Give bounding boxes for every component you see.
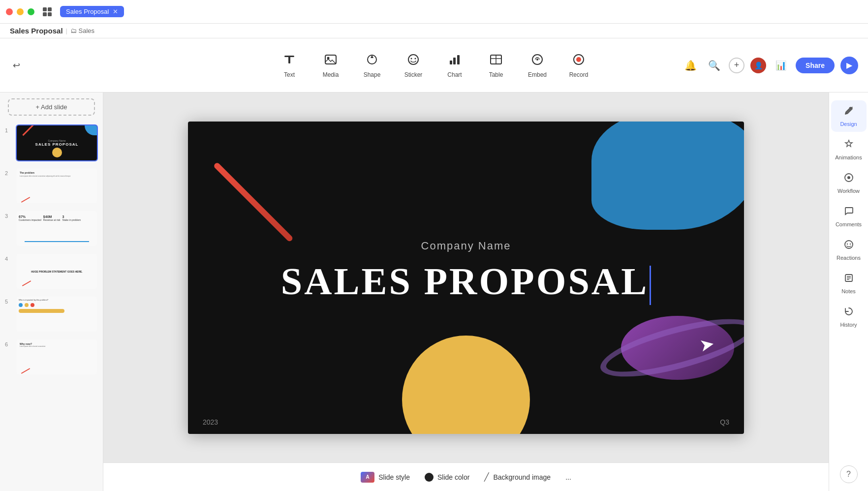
slide-thumb-4[interactable]: HUGE PROBLEM STATEMENT GOES HERE. xyxy=(16,253,98,290)
slide-item-5[interactable]: 5 Who is impacted by this problem? xyxy=(0,293,103,336)
traffic-light-yellow[interactable] xyxy=(17,8,24,15)
reactions-label: Reactions xyxy=(837,255,861,261)
canvas-wrapper[interactable]: Company Name SALES PROPOSAL ➤ 2023 Q3 xyxy=(103,92,829,462)
red-line xyxy=(213,161,294,242)
slide-item-2[interactable]: 2 The problem Lorem ipsum dolor sit amet… xyxy=(0,164,103,207)
shape-icon xyxy=(365,53,379,69)
planet-sticker[interactable]: ➤ xyxy=(621,316,734,380)
more-options-item[interactable]: ... xyxy=(565,473,571,481)
svg-rect-13 xyxy=(453,58,456,64)
svg-point-10 xyxy=(411,58,412,59)
svg-rect-5 xyxy=(288,56,290,63)
tool-sticker-label: Sticker xyxy=(404,71,423,78)
tab-close-icon[interactable]: ✕ xyxy=(113,8,118,15)
add-user-button[interactable]: + xyxy=(729,58,744,73)
svg-point-25 xyxy=(846,244,847,245)
main-area: + Add slide 1 Company Name SALES PROPOSA… xyxy=(0,92,868,491)
svg-rect-12 xyxy=(450,61,452,64)
right-tool-notes[interactable]: Notes xyxy=(831,268,867,299)
right-panel: Design Animations Workflow xyxy=(829,92,868,491)
traffic-light-green[interactable] xyxy=(28,8,34,15)
embed-icon xyxy=(530,53,544,69)
tool-sticker[interactable]: Sticker xyxy=(394,46,433,85)
workflow-icon xyxy=(843,172,854,186)
media-icon xyxy=(324,53,338,69)
slide-number-5: 5 xyxy=(5,299,12,305)
design-icon xyxy=(843,105,854,119)
right-tool-animations[interactable]: Animations xyxy=(831,134,867,165)
search-button[interactable]: 🔍 xyxy=(705,57,723,74)
slide-item-1[interactable]: 1 Company Name SALES PROPOSAL xyxy=(0,122,103,164)
animations-icon xyxy=(843,139,854,153)
play-button[interactable]: ▶ xyxy=(840,57,858,74)
comments-icon xyxy=(843,206,854,219)
traffic-light-red[interactable] xyxy=(6,8,13,15)
slide-item-4[interactable]: 4 HUGE PROBLEM STATEMENT GOES HERE. xyxy=(0,250,103,293)
title-bar: Sales Proposal ✕ xyxy=(0,0,868,24)
tool-media[interactable]: Media xyxy=(311,46,350,85)
record-icon xyxy=(572,53,586,69)
slide-thumb-1[interactable]: Company Name SALES PROPOSAL xyxy=(16,124,98,161)
notes-icon xyxy=(843,273,854,286)
notification-button[interactable]: 🔔 xyxy=(682,57,699,74)
canvas-area: Company Name SALES PROPOSAL ➤ 2023 Q3 xyxy=(103,92,829,491)
reactions-icon xyxy=(843,239,854,253)
tool-embed[interactable]: Embed xyxy=(518,46,557,85)
right-tool-comments[interactable]: Comments xyxy=(831,201,867,232)
share-button[interactable]: Share xyxy=(796,58,835,73)
bottom-bar: A Slide style Slide color ╱ Background i… xyxy=(103,462,829,491)
slide-thumb-3[interactable]: 67%Customers impacted $40MRevenue at ris… xyxy=(16,210,98,247)
undo-button[interactable]: ↩ xyxy=(10,57,23,74)
svg-point-21 xyxy=(576,57,581,62)
tool-shape[interactable]: Shape xyxy=(352,46,392,85)
slide-thumb-2[interactable]: The problem Lorem ipsum dolor sit amet c… xyxy=(16,167,98,204)
tool-chart-label: Chart xyxy=(447,71,462,78)
svg-rect-1 xyxy=(48,7,52,11)
cursor-blink xyxy=(650,266,651,305)
slide-style-item[interactable]: A Slide style xyxy=(361,472,410,483)
tool-media-label: Media xyxy=(323,71,339,78)
slide-thumb-6[interactable]: Why now? Lorem ipsum dolor sit amet cons… xyxy=(16,338,98,375)
right-tool-history[interactable]: History xyxy=(831,301,867,333)
avatar[interactable]: 👤 xyxy=(750,58,766,73)
svg-point-23 xyxy=(847,176,850,179)
svg-rect-2 xyxy=(43,12,47,16)
svg-rect-14 xyxy=(457,55,460,64)
design-label: Design xyxy=(840,121,857,127)
slide-thumb-5[interactable]: Who is impacted by this problem? xyxy=(16,296,98,333)
text-icon xyxy=(282,53,296,69)
right-tool-workflow[interactable]: Workflow xyxy=(831,167,867,199)
add-slide-button[interactable]: + Add slide xyxy=(8,98,95,116)
right-tool-design[interactable]: Design xyxy=(831,100,867,132)
tool-record[interactable]: Record xyxy=(559,46,598,85)
background-image-item[interactable]: ╱ Background image xyxy=(484,472,551,482)
slide-title: SALES PROPOSAL xyxy=(188,259,744,305)
slide-color-item[interactable]: Slide color xyxy=(425,473,469,482)
slide-item-3[interactable]: 3 67%Customers impacted $40MRevenue at r… xyxy=(0,207,103,250)
workflow-label: Workflow xyxy=(837,188,860,194)
right-tool-reactions[interactable]: Reactions xyxy=(831,234,867,266)
tool-chart[interactable]: Chart xyxy=(435,46,474,85)
tool-shape-label: Shape xyxy=(364,71,381,78)
tool-table[interactable]: Table xyxy=(476,46,516,85)
yellow-circle xyxy=(402,336,530,434)
tab-title: Sales Proposal xyxy=(66,8,109,15)
tool-text[interactable]: Text xyxy=(270,46,309,85)
tool-text-label: Text xyxy=(284,71,295,78)
svg-rect-3 xyxy=(48,12,52,16)
breadcrumb-bar: Sales Proposal | 🗂 Sales xyxy=(0,24,868,38)
slide-item-6[interactable]: 6 Why now? Lorem ipsum dolor sit amet co… xyxy=(0,336,103,378)
slide-quarter: Q3 xyxy=(720,418,729,426)
comments-label: Comments xyxy=(836,221,862,227)
slide-canvas[interactable]: Company Name SALES PROPOSAL ➤ 2023 Q3 xyxy=(188,122,744,434)
slide-color-label: Slide color xyxy=(437,473,469,481)
document-tab[interactable]: Sales Proposal ✕ xyxy=(60,6,124,17)
svg-point-26 xyxy=(849,244,850,245)
help-button[interactable]: ? xyxy=(840,465,858,483)
toolbar: ↩ Text Media xyxy=(0,38,868,92)
toolbar-left: ↩ xyxy=(10,57,23,74)
analytics-button[interactable]: 📊 xyxy=(772,57,790,74)
notes-label: Notes xyxy=(841,288,856,294)
grid-icon[interactable] xyxy=(40,5,54,19)
slide-style-icon: A xyxy=(361,472,374,483)
